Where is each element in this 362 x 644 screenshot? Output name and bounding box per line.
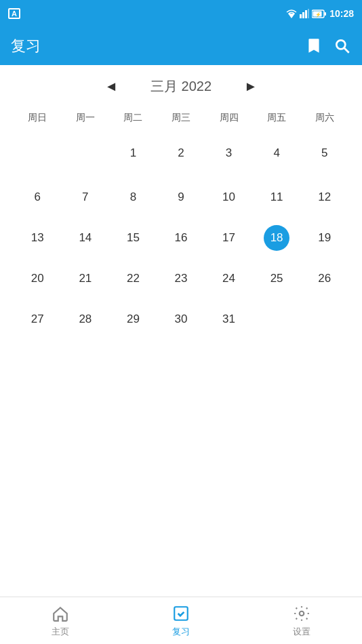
calendar-empty xyxy=(14,134,62,176)
svg-rect-7 xyxy=(325,12,327,16)
nav-label: 复习 xyxy=(172,626,190,638)
calendar-day[interactable]: 28 xyxy=(62,300,110,342)
calendar-day[interactable]: 2 xyxy=(157,134,205,176)
calendar-day[interactable]: 25 xyxy=(253,259,301,298)
bookmark-icon[interactable] xyxy=(305,37,323,55)
svg-point-9 xyxy=(336,40,345,49)
calendar-day[interactable]: 7 xyxy=(62,178,110,217)
calendar-day[interactable]: 17 xyxy=(205,218,253,258)
status-bar-left: A xyxy=(8,8,20,19)
calendar-day[interactable]: 26 xyxy=(300,259,348,298)
svg-text:⚡: ⚡ xyxy=(315,12,321,18)
calendar-header: ◄ 三月 2022 ► xyxy=(14,76,348,97)
calendar-day[interactable]: 14 xyxy=(62,218,110,258)
calendar-day[interactable]: 20 xyxy=(14,259,62,298)
calendar-day[interactable]: 18 xyxy=(253,218,301,258)
nav-item-复习[interactable]: 复习 xyxy=(121,604,241,638)
nav-item-主页[interactable]: 主页 xyxy=(0,604,121,638)
signal-icon xyxy=(300,9,309,18)
calendar-empty xyxy=(62,134,110,176)
status-bar-right: ⚡ 10:28 xyxy=(286,8,354,19)
calendar-day[interactable]: 12 xyxy=(300,178,348,217)
weekday-label: 周日 xyxy=(14,108,62,128)
calendar-day[interactable]: 24 xyxy=(205,259,253,298)
svg-rect-2 xyxy=(302,12,304,18)
calendar-day[interactable]: 3 xyxy=(205,134,253,176)
calendar-empty xyxy=(253,300,301,342)
review-icon xyxy=(172,604,190,623)
calendar-day[interactable]: 27 xyxy=(14,300,62,342)
svg-rect-3 xyxy=(305,10,307,18)
calendar-day[interactable]: 30 xyxy=(157,300,205,342)
calendar-day[interactable]: 10 xyxy=(205,178,253,217)
main-content: ◄ 三月 2022 ► 周日周一周二周三周四周五周六 1234567891011… xyxy=(0,65,362,597)
calendar-day[interactable]: 21 xyxy=(62,259,110,298)
weekday-label: 周二 xyxy=(109,108,157,128)
nav-label: 主页 xyxy=(52,626,69,638)
svg-point-12 xyxy=(300,611,304,616)
calendar-day[interactable]: 4 xyxy=(253,134,301,176)
bottom-nav: 主页复习设置 xyxy=(0,597,362,644)
svg-line-10 xyxy=(344,48,349,53)
app-bar-icons xyxy=(305,37,351,55)
calendar-section: ◄ 三月 2022 ► 周日周一周二周三周四周五周六 1234567891011… xyxy=(0,65,362,342)
weekday-row: 周日周一周二周三周四周五周六 xyxy=(14,108,348,128)
calendar-day[interactable]: 15 xyxy=(109,218,157,258)
nav-item-设置[interactable]: 设置 xyxy=(241,604,362,638)
calendar-day[interactable]: 19 xyxy=(300,218,348,258)
calendar-grid: 1234567891011121314151617181920212223242… xyxy=(14,134,348,342)
calendar-empty xyxy=(300,300,348,342)
svg-rect-4 xyxy=(308,9,309,18)
search-icon[interactable] xyxy=(334,37,351,55)
weekday-label: 周六 xyxy=(300,108,348,128)
app-bar: 复习 xyxy=(0,27,362,65)
svg-rect-1 xyxy=(300,14,302,18)
svg-marker-0 xyxy=(288,14,295,18)
weekday-label: 周五 xyxy=(253,108,301,128)
calendar-day[interactable]: 29 xyxy=(109,300,157,342)
calendar-day[interactable]: 22 xyxy=(109,259,157,298)
calendar-day[interactable]: 11 xyxy=(253,178,301,217)
nav-label: 设置 xyxy=(293,626,310,638)
calendar-day[interactable]: 5 xyxy=(300,134,348,176)
battery-icon: ⚡ xyxy=(312,9,327,18)
weekday-label: 周四 xyxy=(205,108,253,128)
prev-month-button[interactable]: ◄ xyxy=(99,76,123,97)
calendar-day[interactable]: 16 xyxy=(157,218,205,258)
home-icon xyxy=(51,604,70,623)
app-bar-title: 复习 xyxy=(11,36,41,56)
status-bar: A ⚡ 10:28 xyxy=(0,0,362,27)
weekday-label: 周一 xyxy=(62,108,110,128)
calendar-day[interactable]: 23 xyxy=(157,259,205,298)
calendar-day[interactable]: 9 xyxy=(157,178,205,217)
calendar-day[interactable]: 1 xyxy=(109,134,157,176)
calendar-day[interactable]: 8 xyxy=(109,178,157,217)
settings-icon xyxy=(292,604,311,623)
calendar-day[interactable]: 31 xyxy=(205,300,253,342)
wifi-icon xyxy=(286,9,297,18)
status-indicator: A xyxy=(8,8,20,19)
calendar-day[interactable]: 6 xyxy=(14,178,62,217)
status-time: 10:28 xyxy=(329,8,354,19)
next-month-button[interactable]: ► xyxy=(239,76,263,97)
weekday-label: 周三 xyxy=(157,108,205,128)
calendar-day[interactable]: 13 xyxy=(14,218,62,258)
month-year-label: 三月 2022 xyxy=(150,77,212,96)
svg-rect-11 xyxy=(174,607,188,620)
